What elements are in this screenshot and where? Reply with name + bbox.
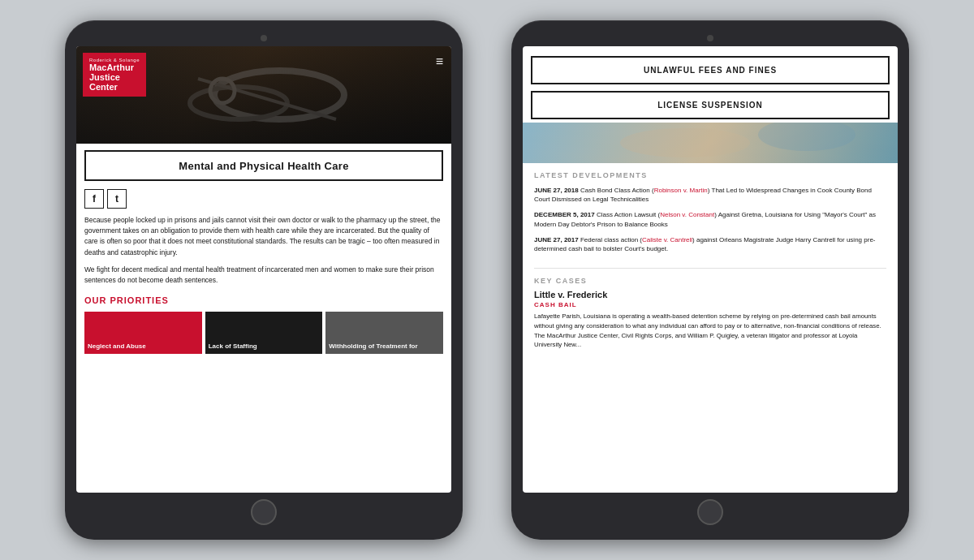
- left-camera: [261, 35, 267, 41]
- nav-buttons: UNLAWFUL FEES AND FINES LICENSE SUSPENSI…: [523, 46, 898, 123]
- latest-developments-section: LATEST DEVELOPMENTS JUNE 27, 2018 Cash B…: [523, 163, 898, 268]
- twitter-icon[interactable]: t: [107, 189, 127, 209]
- logo-top: Roderick & Solange: [89, 58, 140, 62]
- dev-item-2: DECEMBER 5, 2017 Class Action Lawsuit (N…: [534, 210, 886, 228]
- dev-item-1: JUNE 27, 2018 Cash Bond Class Action (Ro…: [534, 186, 886, 204]
- right-home-button[interactable]: [697, 499, 723, 525]
- left-tablet: Roderick & Solange MacArthurJusticeCente…: [65, 20, 463, 540]
- latest-developments-title: LATEST DEVELOPMENTS: [534, 171, 886, 179]
- dev-link-2[interactable]: Nelson v. Constant: [660, 211, 714, 218]
- right-hero-image: [523, 123, 898, 163]
- license-suspension-button[interactable]: LICENSE SUSPENSION: [531, 91, 890, 119]
- logo: Roderick & Solange MacArthurJusticeCente…: [83, 53, 146, 97]
- priorities-title: OUR PRIORITIES: [84, 295, 443, 305]
- right-tablet: UNLAWFUL FEES AND FINES LICENSE SUSPENSI…: [511, 20, 909, 540]
- priority-cards: Neglect and Abuse Lack of Staffing Withh…: [84, 312, 443, 354]
- page-title-bar: Mental and Physical Health Care: [84, 150, 443, 181]
- key-cases-title: KEY CASES: [534, 277, 886, 285]
- case-name: Little v. Frederick: [534, 290, 886, 299]
- dev-item-3: JUNE 27, 2017 Federal class action (Cali…: [534, 235, 886, 253]
- svg-point-5: [620, 128, 750, 157]
- hamburger-icon[interactable]: ≡: [436, 54, 443, 69]
- unlawful-fees-button[interactable]: UNLAWFUL FEES AND FINES: [531, 56, 890, 84]
- priority-card-neglect[interactable]: Neglect and Abuse: [84, 312, 202, 354]
- priority-card-withholding[interactable]: Withholding of Treatment for: [325, 312, 443, 354]
- svg-point-1: [190, 87, 287, 119]
- case-tag: CASH BAIL: [534, 301, 886, 308]
- hero-image: Roderick & Solange MacArthurJusticeCente…: [76, 46, 451, 144]
- left-screen: Roderick & Solange MacArthurJusticeCente…: [76, 46, 451, 493]
- page-title: Mental and Physical Health Care: [179, 160, 348, 172]
- svg-point-0: [214, 71, 344, 119]
- dev-link-3[interactable]: Caliste v. Cantrell: [642, 236, 692, 243]
- left-home-button[interactable]: [251, 499, 277, 525]
- right-screen: UNLAWFUL FEES AND FINES LICENSE SUSPENSI…: [523, 46, 898, 493]
- svg-point-3: [210, 79, 235, 103]
- our-priorities: OUR PRIORITIES Neglect and Abuse Lack of…: [76, 286, 451, 359]
- facebook-icon[interactable]: f: [84, 189, 104, 209]
- priority-card-staffing[interactable]: Lack of Staffing: [205, 312, 323, 354]
- dev-link-1[interactable]: Robinson v. Martin: [654, 187, 708, 194]
- svg-line-2: [198, 79, 336, 119]
- body-paragraph-2: We fight for decent medical and mental h…: [84, 265, 443, 286]
- logo-main: MacArthurJusticeCenter: [89, 62, 140, 92]
- body-text: Because people locked up in prisons and …: [76, 215, 451, 286]
- key-cases-section: KEY CASES Little v. Frederick CASH BAIL …: [523, 269, 898, 358]
- right-camera: [707, 35, 713, 41]
- social-icons: f t: [76, 187, 451, 215]
- case-description: Lafayette Parish, Louisiana is operating…: [534, 312, 886, 350]
- body-paragraph-1: Because people locked up in prisons and …: [84, 215, 443, 258]
